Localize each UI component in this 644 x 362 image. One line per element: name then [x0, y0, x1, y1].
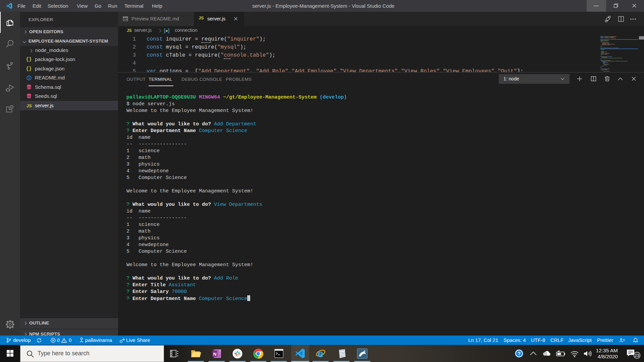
svg-text:23: 23 [635, 353, 639, 358]
svg-text:e: e [318, 348, 324, 359]
svg-text:N: N [213, 352, 217, 357]
svg-text:?: ? [518, 351, 521, 356]
